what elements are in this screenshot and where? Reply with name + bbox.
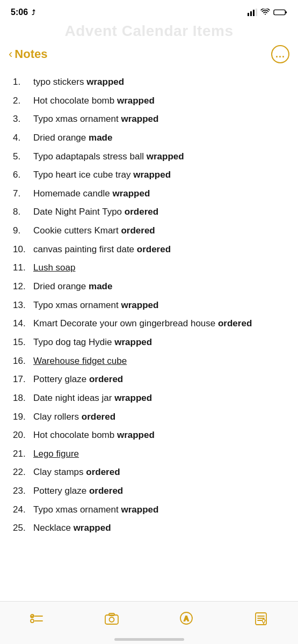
item-status: wrapped [114, 337, 152, 347]
item-text: Date Night Paint Typo ordered [33, 206, 287, 219]
item-text: Lush soap [33, 261, 287, 275]
camera-button[interactable] [96, 605, 128, 632]
item-number: 18. [13, 392, 33, 405]
item-number: 13. [13, 299, 33, 312]
item-status: ordered [86, 467, 120, 477]
svg-rect-10 [105, 615, 118, 624]
item-number: 20. [13, 429, 33, 442]
list-item: 17.Pottery glaze ordered [13, 370, 287, 389]
item-status: made [89, 133, 112, 143]
item-number: 1. [13, 76, 33, 89]
back-button[interactable]: ‹ Notes [9, 47, 47, 61]
item-number: 22. [13, 466, 33, 479]
svg-rect-1 [250, 11, 252, 16]
item-status: ordered [121, 225, 155, 236]
svg-rect-3 [256, 9, 257, 16]
item-number: 6. [13, 169, 33, 182]
edit-button[interactable] [245, 605, 277, 632]
item-number: 19. [13, 411, 33, 424]
item-text: Pottery glaze ordered [33, 485, 287, 498]
svg-rect-0 [248, 13, 249, 16]
wifi-icon [260, 9, 270, 16]
item-status: wrapped [121, 300, 158, 310]
item-status: ordered [82, 412, 115, 422]
item-text: Clay rollers ordered [33, 411, 287, 424]
svg-rect-12 [109, 613, 114, 616]
item-text: Clay stamps ordered [33, 466, 287, 479]
more-button[interactable]: ... [271, 45, 289, 63]
list-item: 22.Clay stamps ordered [13, 463, 287, 482]
item-number: 17. [13, 373, 33, 386]
item-number: 21. [13, 448, 33, 461]
signal-icon [248, 9, 257, 16]
item-link[interactable]: Lego figure [33, 449, 79, 459]
item-number: 2. [13, 94, 33, 108]
item-text: Date night ideas jar wrapped [33, 392, 287, 405]
status-bar: 5:06 ⤴ [0, 0, 298, 20]
item-status: made [89, 281, 112, 291]
item-status: wrapped [133, 170, 171, 180]
item-text: Kmart Decorate your own gingerbread hous… [33, 317, 287, 331]
list-item: 15.Typo dog tag Hydie wrapped [13, 333, 287, 352]
list-item: 8.Date Night Paint Typo ordered [13, 203, 287, 222]
list-item: 1.typo stickers wrapped [13, 73, 287, 92]
item-status: wrapped [147, 151, 184, 162]
list-item: 3.Typo xmas ornament wrapped [13, 110, 287, 129]
list-item: 16.Warehouse fidget cube [13, 352, 287, 371]
item-number: 7. [13, 187, 33, 201]
home-indicator [114, 638, 184, 641]
list-item: 12.Dried orange made [13, 277, 287, 296]
list-item: 24.Typo xmas ornament wrapped [13, 501, 287, 519]
svg-rect-4 [274, 10, 285, 14]
item-number: 15. [13, 336, 33, 349]
svg-rect-5 [285, 11, 287, 13]
item-text: Typo adaptapals stress ball wrapped [33, 150, 287, 164]
item-text: Cookie cutters Kmart ordered [33, 224, 287, 238]
page-title-bg: Advent Calendar Items [0, 20, 298, 42]
item-text: Hot chocolate bomb wrapped [33, 429, 287, 442]
item-text: Typo xmas ornament wrapped [33, 299, 287, 312]
list-item: 25.Necklace wrapped [13, 519, 287, 538]
item-status: ordered [125, 207, 158, 217]
item-link[interactable]: Lush soap [33, 262, 75, 273]
item-text: Homemade candle wrapped [33, 187, 287, 201]
svg-text:A: A [184, 614, 189, 623]
nav-bar: ‹ Notes ... [0, 42, 298, 69]
item-number: 14. [13, 317, 33, 331]
list-item: 20.Hot chocolate bomb wrapped [13, 426, 287, 445]
list-item: 11.Lush soap [13, 259, 287, 277]
item-number: 3. [13, 113, 33, 126]
battery-icon [273, 9, 287, 16]
item-number: 11. [13, 261, 33, 275]
list-item: 18.Date night ideas jar wrapped [13, 389, 287, 408]
checklist-button[interactable] [21, 605, 53, 632]
item-number: 8. [13, 206, 33, 219]
item-number: 25. [13, 522, 33, 535]
list-item: 23.Pottery glaze ordered [13, 482, 287, 501]
compose-button[interactable]: A [170, 605, 202, 632]
item-link[interactable]: Warehouse fidget cube [33, 356, 127, 366]
item-status: ordered [137, 244, 171, 254]
svg-point-8 [31, 619, 34, 623]
svg-rect-2 [253, 10, 255, 16]
list-item: 13.Typo xmas ornament wrapped [13, 296, 287, 315]
item-status: wrapped [74, 523, 111, 533]
list-item: 6.Typo heart ice cube tray wrapped [13, 166, 287, 185]
list-item: 9.Cookie cutters Kmart ordered [13, 222, 287, 240]
list-item: 4.Dried orange made [13, 129, 287, 148]
item-text: Pottery glaze ordered [33, 373, 287, 386]
item-text: Typo dog tag Hydie wrapped [33, 336, 287, 349]
item-status: wrapped [121, 504, 158, 515]
item-text: Typo xmas ornament wrapped [33, 503, 287, 517]
svg-point-11 [110, 617, 114, 622]
item-status: wrapped [86, 77, 124, 87]
status-time: 5:06 ⤴ [11, 8, 35, 17]
item-text: Typo heart ice cube tray wrapped [33, 169, 287, 182]
item-text: canvas painting first date ordered [33, 243, 287, 257]
item-number: 12. [13, 280, 33, 294]
item-text: typo stickers wrapped [33, 76, 287, 89]
item-text: Warehouse fidget cube [33, 355, 287, 368]
item-number: 24. [13, 503, 33, 517]
item-number: 5. [13, 150, 33, 164]
item-text: Dried orange made [33, 131, 287, 145]
